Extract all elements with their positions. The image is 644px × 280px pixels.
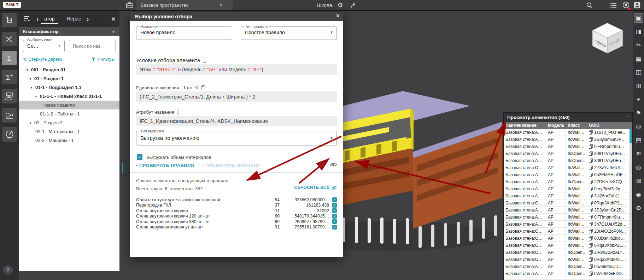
rule-name-field[interactable]: Название Новое правило: [136, 26, 232, 40]
table-row[interactable]: Базовая стена:А… АР IfcWall… 0b2EMAHjnDF…: [504, 171, 630, 178]
check-rule-button[interactable]: ПРОВЕРИТЬ ПРАВИЛО: [136, 163, 194, 168]
materials-checkbox[interactable]: [137, 154, 142, 160]
copy-icon[interactable]: [177, 110, 181, 114]
table-row[interactable]: Базовая стена:А… АР IfcOpen… 0Wk4MGiEDD…: [504, 270, 630, 277]
clip-plane-button[interactable]: ◨: [634, 27, 643, 36]
tree-caret-icon[interactable]: ▾: [28, 77, 33, 81]
tree-item[interactable]: ▾ 01 - Раздел 1: [19, 74, 119, 83]
table-row[interactable]: Базовая стена:О… АР IfcOpen… 2IRwrZ2AzAL…: [504, 249, 630, 256]
filters-link[interactable]: Фильтры: [92, 57, 115, 62]
table-row[interactable]: Базовая стена:А… АР IfcWall… 3tk26m2Vb11…: [504, 192, 630, 199]
tree-item[interactable]: ▾ 001 - Раздел 01: [19, 65, 119, 74]
focus-button[interactable]: ◉: [634, 190, 643, 199]
locate-button[interactable]: ⌖: [634, 95, 643, 104]
class-select[interactable]: Выбрать клас… Со… ▼: [23, 40, 65, 52]
shading-button[interactable]: ◍: [634, 163, 643, 172]
flag-button[interactable]: ⚑: [634, 109, 643, 118]
copy-icon[interactable]: [589, 208, 593, 212]
copy-icon[interactable]: [589, 194, 593, 198]
copy-icon[interactable]: [589, 166, 593, 170]
modal-close-icon[interactable]: ✕: [335, 13, 340, 19]
copy-icon[interactable]: [589, 137, 593, 142]
copy-icon[interactable]: [589, 257, 593, 262]
attr-value[interactable]: IFC_1_Идентификация_Стены/4. ADSK_Наимен…: [136, 116, 337, 126]
table-row[interactable]: Базовая стена:А… АР IfcWall… 0iFRmpnIr9I…: [504, 214, 630, 221]
row-checkbox[interactable]: [332, 219, 337, 224]
copy-icon[interactable]: [201, 85, 205, 90]
menu-list-icon[interactable]: [609, 2, 617, 9]
column-class[interactable]: Класс: [566, 123, 587, 128]
classifier-tree-button[interactable]: [2, 13, 17, 27]
floor-plan-button[interactable]: ⊞: [634, 82, 643, 90]
row-checkbox[interactable]: [332, 203, 337, 208]
panel-tab[interactable]: Нерас: [63, 14, 84, 24]
table-row[interactable]: Базовая стена:О… АР IfcWall… 2P3vYvJIr6U…: [504, 164, 630, 171]
copy-icon[interactable]: [589, 144, 593, 149]
minimize-icon[interactable]: –: [627, 113, 630, 119]
copy-icon[interactable]: [589, 222, 593, 226]
column-model[interactable]: Модель: [546, 123, 566, 128]
copy-icon[interactable]: [589, 187, 593, 191]
tree-item[interactable]: ▾ 02 - Раздел 2: [19, 118, 119, 127]
table-row[interactable]: Базовая стена:О… АР IfcWall… 00JDsnlib2i…: [504, 235, 630, 242]
table-row[interactable]: Базовая стена:А… АР IfcWall… 0iFRmpnIr9I…: [504, 143, 630, 150]
copy-icon[interactable]: [589, 151, 593, 156]
measure-button[interactable]: ≋: [634, 149, 643, 158]
view-2d-button[interactable]: 2D: [2, 89, 17, 103]
charts-button[interactable]: [2, 108, 17, 123]
table-row[interactable]: Базовая стена:А… АР IfcWall… 0eryPkM7n2g…: [504, 185, 630, 192]
table-row[interactable]: Базовая стена:А… АР IfcWall… 3S3ylumGn2P…: [504, 136, 630, 143]
profile-icon[interactable]: [634, 2, 640, 10]
settings-gear-icon[interactable]: ⚙: [338, 1, 343, 9]
app-logo[interactable]: BiMiT: [3, 2, 21, 8]
table-row[interactable]: Базовая стена:А… АР IfcOpen… 3091zVsyDFp…: [504, 157, 630, 164]
classifier-header[interactable]: Классификатор ▼: [19, 27, 119, 36]
tabs-prev-icon[interactable]: ‹: [34, 15, 41, 23]
copy-icon[interactable]: [589, 264, 593, 269]
row-checkbox[interactable]: [332, 197, 337, 202]
grid-button[interactable]: ▦: [634, 54, 643, 63]
unit-gear-icon[interactable]: ⚙: [195, 85, 199, 90]
table-row[interactable]: Базовая стена:А… АР IfcOpen… 3091zVsyDFp…: [504, 150, 630, 157]
check-element-button[interactable]: ПРОВЕРИТЬ ЭЛЕМЕНТ: [202, 163, 260, 168]
copy-icon[interactable]: [589, 180, 593, 184]
help-button[interactable]: ?: [3, 265, 13, 275]
tree-caret-icon[interactable]: ▾: [28, 121, 33, 125]
tree-item[interactable]: 01-1-2 - Работы - 1: [19, 109, 119, 118]
copy-icon[interactable]: [589, 130, 593, 135]
elements-panel-header[interactable]: Просмотр элементов (450) –: [504, 113, 632, 122]
tree-caret-icon[interactable]: ▾: [25, 68, 30, 72]
tree-caret-icon[interactable]: ▾: [29, 86, 34, 89]
row-checkbox[interactable]: [332, 208, 337, 213]
row-checkbox[interactable]: [332, 225, 337, 230]
table-scrollbar-thumb[interactable]: [630, 129, 632, 143]
panel-scrollbar[interactable]: [122, 163, 123, 173]
tabs-next-icon[interactable]: ›: [84, 15, 91, 23]
orbit-button[interactable]: ◎: [634, 122, 643, 131]
table-row[interactable]: Базовая стена:О… АР IfcWall… 23rAKX2oP8N…: [504, 228, 630, 235]
settings-button[interactable]: ⚙: [634, 204, 643, 213]
copy-icon[interactable]: [589, 229, 593, 233]
column-guid[interactable]: GUID: [587, 123, 632, 128]
copy-icon[interactable]: [589, 201, 593, 205]
classifier-search-input[interactable]: [69, 40, 116, 52]
table-row[interactable]: Базовая стена:О… АР IfcWall… 0Rqa3XbbP2L…: [504, 242, 630, 249]
copy-icon[interactable]: [203, 58, 207, 62]
condition-expression[interactable]: Этаж = "Этаж 2" и (Модель = "АР" или Мод…: [136, 64, 337, 75]
cut-button[interactable]: ✂: [634, 41, 643, 49]
share-icon[interactable]: [351, 2, 357, 9]
layers-button[interactable]: ▤: [634, 136, 643, 145]
panel-menu-icon[interactable]: [24, 16, 31, 23]
search-icon[interactable]: [586, 2, 593, 10]
table-row[interactable]: Базовая стена:А… АР IfcOpen… 0iwmMtmJjD…: [504, 263, 630, 270]
panel-close-icon[interactable]: ✕: [111, 16, 116, 23]
table-row[interactable]: Базовая стена:А… АР IfcWall… 1s$T0_PtXFe…: [504, 129, 630, 136]
workspace-selector[interactable]: Базовое пространство ▼: [136, 0, 233, 10]
column-name[interactable]: Наименование: [504, 123, 546, 128]
tree-item[interactable]: ▾ 01-1-1 - Новый класс 01-1-1: [19, 92, 119, 101]
table-scrollbar-track[interactable]: [630, 129, 632, 280]
reset-all-button[interactable]: СБРОСИТЬ ВСЁ: [294, 185, 337, 190]
tree-caret-icon[interactable]: ▾: [34, 95, 39, 98]
tree-item[interactable]: ▾ 01-1 - Подраздел 1.1: [19, 83, 119, 92]
rules-add-button[interactable]: Σ+: [2, 70, 17, 84]
